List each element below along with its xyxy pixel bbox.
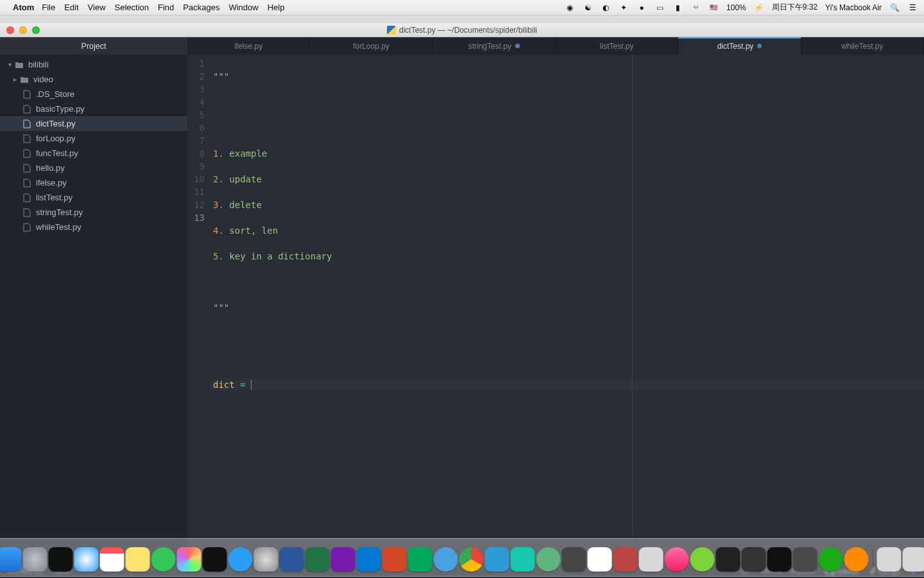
- file-icon: [22, 119, 32, 128]
- menu-selection[interactable]: Selection: [115, 3, 149, 12]
- tab-label: ifelse.py: [234, 42, 262, 51]
- tab-dicttest[interactable]: dictTest.py: [678, 37, 801, 55]
- dock-netflix-icon[interactable]: [203, 547, 227, 572]
- tray-icon-1[interactable]: ◐: [601, 3, 611, 13]
- tree-file[interactable]: listTest.py: [0, 190, 187, 205]
- menu-packages[interactable]: Packages: [183, 3, 219, 12]
- file-icon: [22, 164, 32, 173]
- dock-calendar-icon[interactable]: [100, 547, 124, 572]
- macos-dock: [0, 538, 924, 577]
- dock-app-icon[interactable]: [844, 547, 869, 572]
- tab-label: listTest.py: [600, 42, 634, 51]
- tree-file-selected[interactable]: dictTest.py: [0, 116, 187, 131]
- tree-file[interactable]: stringTest.py: [0, 205, 187, 220]
- dock-trash-icon[interactable]: [903, 547, 925, 572]
- tray-icon-3[interactable]: ●: [637, 3, 647, 13]
- tab-whiletest[interactable]: whileTest.py: [801, 37, 924, 55]
- tree-root[interactable]: ▾ bilibili: [0, 57, 187, 72]
- dock-launchpad-icon[interactable]: [23, 547, 47, 572]
- wifi-icon[interactable]: ⌔: [690, 3, 701, 13]
- tree-file[interactable]: basicType.py: [0, 101, 187, 116]
- tree-file[interactable]: funcTest.py: [0, 146, 187, 161]
- dock-appstore-icon[interactable]: [228, 547, 253, 572]
- dock-app-icon[interactable]: [613, 547, 638, 572]
- tree-file[interactable]: forLoop.py: [0, 131, 187, 146]
- tab-label: dictTest.py: [717, 42, 754, 51]
- wrap-guide: [632, 55, 633, 563]
- dock-onenote-icon[interactable]: [331, 547, 355, 572]
- app-menu[interactable]: Atom: [13, 3, 34, 12]
- menu-window[interactable]: Window: [228, 3, 258, 12]
- dock-xmind-icon[interactable]: [408, 547, 432, 572]
- dock-app-icon[interactable]: [639, 547, 663, 572]
- tree-item-label: basicType.py: [36, 104, 85, 114]
- tab-forloop[interactable]: forLoop.py: [310, 37, 432, 55]
- display-icon[interactable]: ▭: [654, 3, 665, 13]
- text-editor[interactable]: 12345678910111213 """ 1. example 2. upda…: [187, 55, 924, 563]
- dock-word-icon[interactable]: [280, 547, 304, 572]
- dock-photos-icon[interactable]: [177, 547, 201, 572]
- charging-icon: ⚡: [754, 3, 764, 13]
- dirty-indicator-icon: [757, 44, 762, 48]
- code-token: 1.: [213, 148, 224, 159]
- tree-item-label: video: [33, 74, 53, 84]
- menu-view[interactable]: View: [88, 3, 106, 12]
- menu-edit[interactable]: Edit: [64, 3, 78, 12]
- tab-stringtest[interactable]: stringTest.py: [433, 37, 556, 55]
- dock-wechat-icon[interactable]: [819, 547, 843, 572]
- notification-center-icon[interactable]: ☰: [907, 3, 918, 13]
- dock-app-icon[interactable]: [793, 547, 817, 572]
- chevron-right-icon: ▸: [10, 76, 19, 83]
- record-icon[interactable]: ◉: [565, 3, 575, 13]
- dock-powerpoint-icon[interactable]: [382, 547, 407, 572]
- dock-messages-icon[interactable]: [151, 547, 176, 572]
- dock-app-icon[interactable]: [485, 547, 509, 572]
- dock-app-icon[interactable]: [690, 547, 715, 572]
- tree-file[interactable]: hello.py: [0, 161, 187, 175]
- python-file-icon: [387, 26, 396, 35]
- dock-terminal-icon[interactable]: [49, 547, 73, 572]
- chevron-down-icon: ▾: [5, 61, 14, 68]
- window-titlebar[interactable]: dictTest.py — ~/Documents/spider/bilibil…: [0, 23, 924, 37]
- dock-excel-icon[interactable]: [305, 547, 330, 572]
- dock-outlook-icon[interactable]: [357, 547, 381, 572]
- dock-unity-icon[interactable]: [716, 547, 740, 572]
- machine-name[interactable]: Yi's Macbook Air: [825, 3, 882, 12]
- tab-listtest[interactable]: listTest.py: [556, 37, 678, 55]
- dock-qq-icon[interactable]: [588, 547, 612, 572]
- input-flag-icon[interactable]: 🇺🇸: [708, 3, 719, 13]
- tree-file[interactable]: ifelse.py: [0, 175, 187, 190]
- spotlight-icon[interactable]: 🔍: [889, 3, 900, 13]
- file-icon: [22, 105, 32, 114]
- dock-finder-icon[interactable]: [0, 547, 22, 572]
- dock-app-icon[interactable]: [434, 547, 458, 572]
- menu-help[interactable]: Help: [268, 3, 285, 12]
- tree-folder-video[interactable]: ▸ video: [0, 72, 187, 87]
- dock-atom-icon[interactable]: [536, 547, 561, 572]
- code-token: 4.: [213, 225, 224, 236]
- code-content[interactable]: """ 1. example 2. update 3. delete 4. so…: [210, 55, 924, 563]
- battery-text[interactable]: 100%: [726, 3, 746, 12]
- menu-find[interactable]: Find: [158, 3, 174, 12]
- dock-app-icon[interactable]: [511, 547, 535, 572]
- tray-icon-2[interactable]: ✦: [619, 3, 629, 13]
- dock-settings-icon[interactable]: [254, 547, 278, 572]
- clock-text[interactable]: 周日下午9:32: [772, 2, 817, 13]
- dock-app-icon[interactable]: [742, 547, 766, 572]
- tree-file[interactable]: .DS_Store: [0, 87, 187, 101]
- wechat-status-icon[interactable]: ☯: [583, 3, 593, 13]
- tab-label: forLoop.py: [353, 42, 389, 51]
- dock-iterm-icon[interactable]: [767, 547, 792, 572]
- tree-file[interactable]: whileTest.py: [0, 220, 187, 234]
- dock-notes-icon[interactable]: [126, 547, 150, 572]
- dock-downloads-icon[interactable]: [877, 547, 902, 572]
- dock-safari-icon[interactable]: [74, 547, 99, 572]
- battery-icon[interactable]: ▮: [672, 3, 683, 13]
- dock-app-icon[interactable]: [562, 547, 586, 572]
- tab-label: stringTest.py: [468, 42, 511, 51]
- dock-chrome-icon[interactable]: [459, 547, 484, 572]
- dock-music-icon[interactable]: [665, 547, 689, 572]
- file-icon: [22, 193, 32, 202]
- menu-file[interactable]: File: [42, 3, 55, 12]
- tab-ifelse[interactable]: ifelse.py: [187, 37, 310, 55]
